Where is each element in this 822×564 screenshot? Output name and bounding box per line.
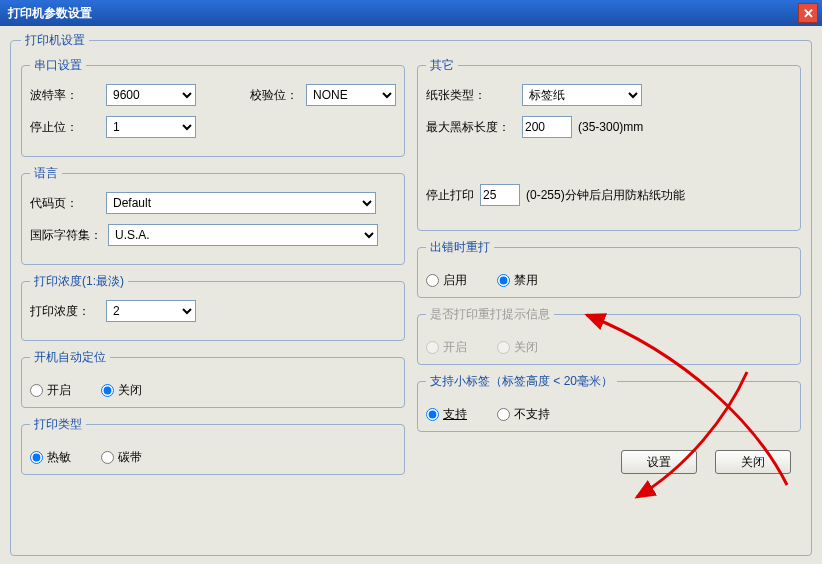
- autopos-group: 开机自动定位 开启 关闭: [21, 349, 405, 408]
- parity-select[interactable]: NONE: [306, 84, 396, 106]
- stopprint-input[interactable]: [480, 184, 520, 206]
- reprint-disable[interactable]: 禁用: [497, 272, 538, 289]
- density-legend: 打印浓度(1:最淡): [30, 273, 128, 290]
- reprint-legend: 出错时重打: [426, 239, 494, 256]
- close-button[interactable]: 关闭: [715, 450, 791, 474]
- printtype-legend: 打印类型: [30, 416, 86, 433]
- printtype-group: 打印类型 热敏 碳带: [21, 416, 405, 475]
- reprint-group: 出错时重打 启用 禁用: [417, 239, 801, 298]
- maxblack-input[interactable]: [522, 116, 572, 138]
- other-legend: 其它: [426, 57, 458, 74]
- printtype-ribbon[interactable]: 碳带: [101, 449, 142, 466]
- density-group: 打印浓度(1:最淡) 打印浓度： 2: [21, 273, 405, 341]
- maxblack-hint: (35-300)mm: [578, 120, 643, 134]
- papertype-select[interactable]: 标签纸: [522, 84, 642, 106]
- right-column: 其它 纸张类型： 标签纸 最大黑标长度： (35-300)mm 停止打印 (0-…: [417, 57, 801, 545]
- stopprint-hint: (0-255)分钟后启用防粘纸功能: [526, 187, 685, 204]
- suggest-group: 是否打印重打提示信息 开启 关闭: [417, 306, 801, 365]
- stopprint-label: 停止打印: [426, 187, 474, 204]
- serial-legend: 串口设置: [30, 57, 86, 74]
- client-area: 打印机设置 串口设置 波特率： 9600 校验位： NONE 停止位： 1 语言: [0, 26, 822, 564]
- codepage-select[interactable]: Default: [106, 192, 376, 214]
- smalllabel-legend: 支持小标签（标签高度 < 20毫米）: [426, 373, 617, 390]
- close-icon[interactable]: ✕: [798, 3, 818, 23]
- parity-label: 校验位：: [250, 87, 300, 104]
- density-select[interactable]: 2: [106, 300, 196, 322]
- other-group: 其它 纸张类型： 标签纸 最大黑标长度： (35-300)mm 停止打印 (0-…: [417, 57, 801, 231]
- codepage-label: 代码页：: [30, 195, 100, 212]
- smalllabel-nosupport[interactable]: 不支持: [497, 406, 550, 423]
- suggest-on: 开启: [426, 339, 467, 356]
- stop-label: 停止位：: [30, 119, 100, 136]
- baud-label: 波特率：: [30, 87, 100, 104]
- autopos-on[interactable]: 开启: [30, 382, 71, 399]
- smalllabel-support[interactable]: 支持: [426, 406, 467, 423]
- printtype-thermal[interactable]: 热敏: [30, 449, 71, 466]
- left-column: 串口设置 波特率： 9600 校验位： NONE 停止位： 1 语言 代码页： …: [21, 57, 405, 545]
- language-group: 语言 代码页： Default 国际字符集： U.S.A.: [21, 165, 405, 265]
- window-title: 打印机参数设置: [8, 5, 92, 22]
- suggest-legend: 是否打印重打提示信息: [426, 306, 554, 323]
- serial-group: 串口设置 波特率： 9600 校验位： NONE 停止位： 1: [21, 57, 405, 157]
- maxblack-label: 最大黑标长度：: [426, 119, 516, 136]
- baud-select[interactable]: 9600: [106, 84, 196, 106]
- titlebar: 打印机参数设置 ✕: [0, 0, 822, 26]
- density-label: 打印浓度：: [30, 303, 100, 320]
- autopos-legend: 开机自动定位: [30, 349, 110, 366]
- printer-settings-group: 打印机设置 串口设置 波特率： 9600 校验位： NONE 停止位： 1 语言: [10, 32, 812, 556]
- language-legend: 语言: [30, 165, 62, 182]
- smalllabel-group: 支持小标签（标签高度 < 20毫米） 支持 不支持: [417, 373, 801, 432]
- stop-select[interactable]: 1: [106, 116, 196, 138]
- papertype-label: 纸张类型：: [426, 87, 516, 104]
- charset-label: 国际字符集：: [30, 227, 102, 244]
- autopos-off[interactable]: 关闭: [101, 382, 142, 399]
- suggest-off: 关闭: [497, 339, 538, 356]
- main-group-legend: 打印机设置: [21, 32, 89, 49]
- charset-select[interactable]: U.S.A.: [108, 224, 378, 246]
- set-button[interactable]: 设置: [621, 450, 697, 474]
- reprint-enable[interactable]: 启用: [426, 272, 467, 289]
